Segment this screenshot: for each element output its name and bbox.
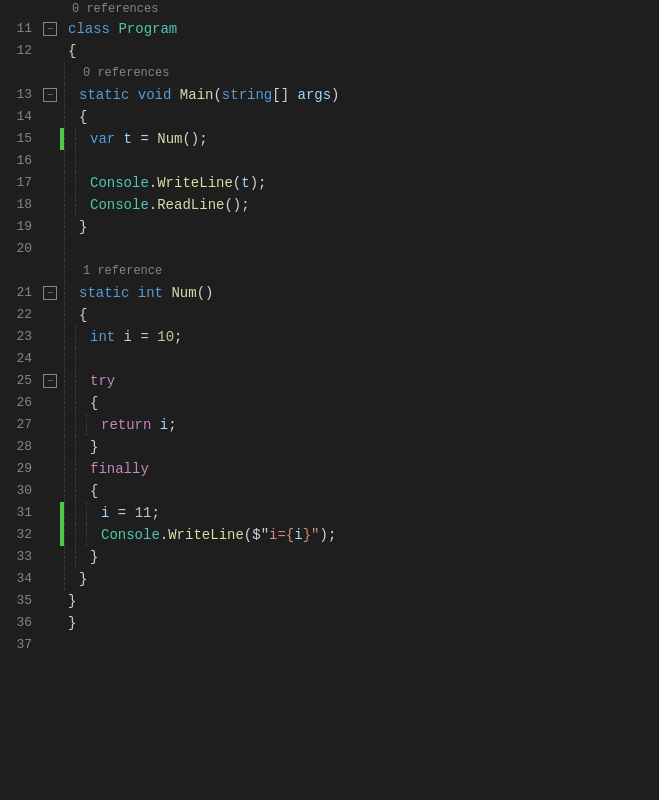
token: ; [174, 326, 182, 348]
indent-guide [75, 326, 76, 348]
code-line: 21−static int Num() [0, 282, 659, 304]
line-number: 29 [0, 458, 40, 480]
fold-icon[interactable]: − [43, 22, 57, 36]
code-line: 13−static void Main(string[] args) [0, 84, 659, 106]
line-number: 33 [0, 546, 40, 568]
indent-guide [64, 106, 65, 128]
code-line: 11−class Program [0, 18, 659, 40]
reference-annotation: 0 references [0, 0, 659, 18]
code-tokens: return i; [97, 414, 659, 436]
code-tokens: { [86, 392, 659, 414]
code-line: 32Console.WriteLine($"i={i}"); [0, 524, 659, 546]
fold-gutter [40, 568, 60, 590]
token: } [90, 436, 98, 458]
reference-count: 0 references [68, 0, 158, 18]
line-number: 25 [0, 370, 40, 392]
code-line: 26{ [0, 392, 659, 414]
indent-guide [64, 392, 65, 414]
fold-gutter [40, 216, 60, 238]
fold-icon[interactable]: − [43, 286, 57, 300]
line-number: 28 [0, 436, 40, 458]
token: ); [320, 524, 337, 546]
indent-guide [64, 414, 65, 436]
code-tokens: } [75, 568, 659, 590]
token: class [68, 18, 118, 40]
code-tokens: i = 11; [97, 502, 659, 524]
fold-gutter [40, 128, 60, 150]
code-tokens: } [75, 216, 659, 238]
code-tokens: { [86, 480, 659, 502]
token: 11 [135, 502, 152, 524]
line-number: 31 [0, 502, 40, 524]
line-number: 30 [0, 480, 40, 502]
code-tokens [64, 634, 659, 656]
token: } [79, 568, 87, 590]
code-line: 28} [0, 436, 659, 458]
code-line: 12{ [0, 40, 659, 62]
indent-guide [64, 326, 65, 348]
token: args [297, 84, 331, 106]
line-number: 24 [0, 348, 40, 370]
fold-gutter [40, 634, 60, 656]
indent-guide [64, 260, 65, 282]
indent-guide [86, 414, 87, 436]
line-number: 17 [0, 172, 40, 194]
code-line: 37 [0, 634, 659, 656]
indent-guide [64, 568, 65, 590]
fold-gutter [40, 304, 60, 326]
fold-icon[interactable]: − [43, 88, 57, 102]
code-tokens: static void Main(string[] args) [75, 84, 659, 106]
code-line: 23int i = 10; [0, 326, 659, 348]
code-tokens: try [86, 370, 659, 392]
token: 10 [157, 326, 174, 348]
code-line: 14{ [0, 106, 659, 128]
fold-gutter [40, 590, 60, 612]
fold-gutter: − [40, 18, 60, 40]
indent-guide [64, 304, 65, 326]
indent-guide [64, 128, 65, 150]
fold-gutter [40, 612, 60, 634]
code-line: 22{ [0, 304, 659, 326]
code-tokens [75, 238, 659, 260]
fold-icon[interactable]: − [43, 374, 57, 388]
code-editor: 0 references11−class Program12{0 referen… [0, 0, 659, 800]
line-number: 11 [0, 18, 40, 40]
code-line: 35} [0, 590, 659, 612]
token: . [160, 524, 168, 546]
code-line: 30{ [0, 480, 659, 502]
token: . [149, 194, 157, 216]
code-tokens: Console.WriteLine($"i={i}"); [97, 524, 659, 546]
token: (); [182, 128, 207, 150]
indent-guide [64, 194, 65, 216]
token: = [132, 326, 157, 348]
indent-guide [86, 524, 87, 546]
fold-gutter [40, 348, 60, 370]
line-number: 16 [0, 150, 40, 172]
code-tokens: { [64, 40, 659, 62]
code-tokens [86, 348, 659, 370]
token: Console [90, 172, 149, 194]
code-tokens: } [64, 612, 659, 634]
line-number: 15 [0, 128, 40, 150]
token: = [132, 128, 157, 150]
fold-gutter: − [40, 84, 60, 106]
line-number: 20 [0, 238, 40, 260]
indent-guide [64, 546, 65, 568]
indent-guide [75, 150, 76, 172]
fold-gutter [40, 326, 60, 348]
code-line: 31i = 11; [0, 502, 659, 524]
token: i [160, 414, 168, 436]
token: int [138, 282, 172, 304]
token: () [197, 282, 214, 304]
indent-guide [75, 480, 76, 502]
token: { [90, 480, 98, 502]
line-number: 32 [0, 524, 40, 546]
indent-guide [75, 370, 76, 392]
fold-gutter [40, 436, 60, 458]
fold-gutter [40, 502, 60, 524]
token: Main [180, 84, 214, 106]
indent-guide [86, 502, 87, 524]
code-line: 25−try [0, 370, 659, 392]
indent-guide [64, 84, 65, 106]
indent-guide [75, 524, 76, 546]
